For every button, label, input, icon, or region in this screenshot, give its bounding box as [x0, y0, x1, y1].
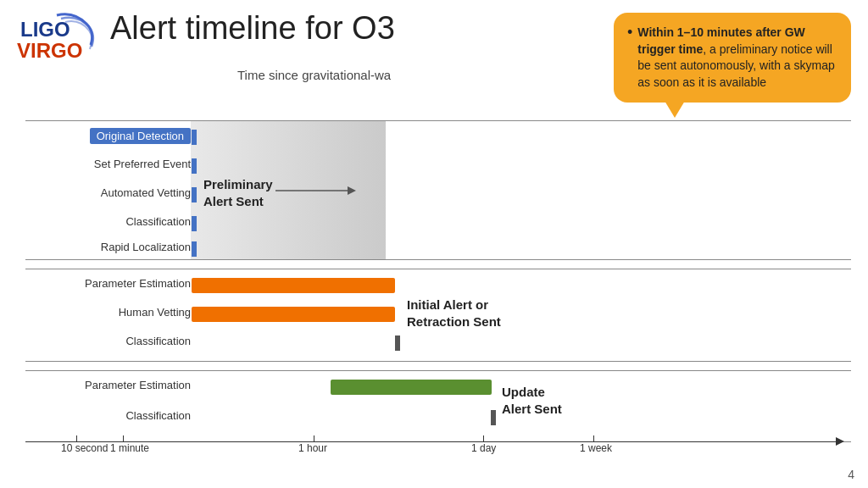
update-line2: Alert Sent	[502, 401, 562, 418]
svg-marker-3	[348, 186, 356, 195]
section-preliminary: Original Detection Set Preferred Event A…	[25, 120, 851, 260]
logo: LIGO VIRGO	[10, 7, 103, 66]
preliminary-line2: Alert Sent	[203, 193, 273, 210]
svg-text:LIGO: LIGO	[20, 18, 70, 41]
svg-text:VIRGO: VIRGO	[17, 39, 82, 62]
slide-number: 4	[848, 468, 854, 481]
tick-10sec	[76, 435, 77, 442]
section-initial: Parameter Estimation Human Vetting Class…	[25, 269, 851, 362]
time-subtitle: Time since gravitational-wa	[237, 68, 391, 83]
subtitle-text: Time since gravitational-wa	[237, 68, 391, 82]
tick-1min	[123, 435, 124, 442]
bar-classification-2	[395, 336, 400, 351]
label-classification-2: Classification	[25, 334, 191, 349]
tick-1day	[483, 435, 484, 442]
label-automated-vetting: Automated Vetting	[25, 186, 191, 201]
label-classification-1: Classification	[25, 214, 191, 230]
original-detection-bar-label: Original Detection	[90, 128, 191, 144]
main-title: Alert timeline for O3	[110, 10, 395, 47]
initial-alert-label: Initial Alert or Retraction Sent	[407, 297, 501, 330]
preliminary-alert-label: Preliminary Alert Sent	[203, 176, 273, 209]
tick-1week	[593, 435, 594, 442]
label-rapid-localization: Rapid Localization	[25, 240, 191, 255]
label-classification-3: Classification	[25, 408, 191, 424]
label-1week: 1 week	[580, 442, 612, 454]
label-set-preferred: Set Preferred Event	[25, 157, 191, 172]
diagram-area: Original Detection Set Preferred Event A…	[25, 102, 851, 454]
bar-param-est-3	[331, 380, 492, 395]
update-alert-label: Update Alert Sent	[502, 384, 562, 417]
bar-classification-1	[192, 216, 197, 231]
bar-original-detection	[192, 130, 197, 145]
callout-text: Within 1–10 minutes after GW trigger tim…	[637, 25, 837, 91]
initial-line1: Initial Alert or	[407, 297, 501, 313]
bar-param-est-2	[192, 278, 395, 293]
label-param-est-2: Parameter Estimation	[25, 276, 191, 291]
bar-classification-3	[491, 410, 496, 425]
initial-line2: Retraction Sent	[407, 313, 501, 330]
label-1min: 1 minute	[110, 442, 149, 454]
label-original-detection: Original Detection	[25, 128, 191, 144]
bar-rapid-localization	[192, 241, 197, 257]
bar-automated-vetting	[192, 187, 197, 202]
label-param-est-3: Parameter Estimation	[25, 378, 191, 393]
time-axis: 10 second 1 minute 1 hour 1 day 1 week	[25, 429, 851, 454]
bar-human-vetting	[192, 307, 395, 322]
tick-1hr	[314, 435, 314, 442]
bullet-icon: •	[627, 25, 632, 91]
label-1hr: 1 hour	[298, 442, 327, 454]
title-text: Alert timeline for O3	[110, 10, 395, 46]
label-10sec: 10 second	[61, 442, 108, 454]
bar-set-preferred	[192, 158, 197, 174]
update-line1: Update	[502, 384, 562, 401]
label-1day: 1 day	[471, 442, 496, 454]
callout-bubble: • Within 1–10 minutes after GW trigger t…	[614, 13, 851, 103]
axis-arrow	[836, 437, 844, 446]
preliminary-arrow	[275, 182, 360, 199]
label-human-vetting: Human Vetting	[25, 305, 191, 320]
preliminary-line1: Preliminary	[203, 176, 273, 193]
